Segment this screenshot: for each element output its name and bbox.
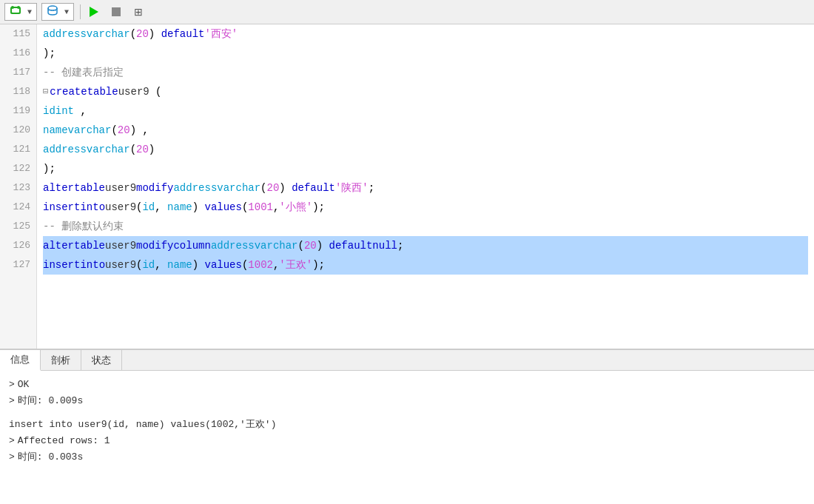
code-line-125: -- 删除默认约束 <box>43 217 808 236</box>
interpret-icon: ⊞ <box>134 6 143 18</box>
line-number-119: 119 <box>6 101 30 121</box>
output-time-prompt: > <box>9 449 15 466</box>
output-result-text: OK <box>18 377 30 393</box>
line-number-126: 126 <box>6 236 30 255</box>
output-separator <box>9 409 805 417</box>
code-line-127: insert into user9(id, name) values(1002,… <box>43 255 808 275</box>
bottom-tabs: 信息剖析状态 <box>0 350 814 371</box>
schema-dropdown[interactable]: ▼ <box>41 3 74 21</box>
output-time-prompt: > <box>9 393 15 409</box>
line-number-125: 125 <box>6 217 30 236</box>
code-line-115: address varchar(20) default '西安' <box>43 24 808 44</box>
toolbar: ▼ ▼ ⊞ <box>0 0 814 24</box>
output-result: > OK <box>9 377 805 393</box>
bottom-tab-信息[interactable]: 信息 <box>0 350 41 371</box>
code-line-124: insert into user9(id, name) values(1001,… <box>43 198 808 217</box>
output-time: > 时间: 0.003s <box>9 449 805 466</box>
output-query-text: insert into user9(id, name) values(1002,… <box>9 417 276 433</box>
svg-point-4 <box>48 6 57 10</box>
line-number-124: 124 <box>6 198 30 217</box>
line-number-117: 117 <box>6 63 30 82</box>
output-time: > 时间: 0.009s <box>9 393 805 409</box>
schema-icon <box>47 4 58 19</box>
code-line-120: name varchar(20) , <box>43 121 808 140</box>
db-icon <box>10 4 21 19</box>
line-number-122: 122 <box>6 159 30 178</box>
output-prompt: > <box>9 377 15 393</box>
output-result: > Affected rows: 1 <box>9 433 805 449</box>
run-icon <box>90 7 98 17</box>
line-number-115: 115 <box>6 24 30 44</box>
bottom-panel: 信息剖析状态 > OK> 时间: 0.009sinsert into user9… <box>0 349 814 504</box>
code-line-122: ); <box>43 159 808 178</box>
bottom-tab-状态[interactable]: 状态 <box>81 350 122 370</box>
schema-chevron-icon: ▼ <box>64 8 69 16</box>
output-result-text: Affected rows: 1 <box>18 433 110 449</box>
code-line-121: address varchar(20) <box>43 140 808 159</box>
editor-area: 115116117118119120121122123124125126127 … <box>0 24 814 349</box>
output-query: insert into user9(id, name) values(1002,… <box>9 417 805 433</box>
code-line-123: alter table user9 modify address varchar… <box>43 178 808 198</box>
output-time-text: 时间: 0.009s <box>18 393 83 409</box>
code-line-118: create table user9 ( <box>43 82 808 101</box>
code-lines[interactable]: address varchar(20) default '西安');-- 创建表… <box>37 24 814 349</box>
code-line-119: id int , <box>43 101 808 121</box>
db-dropdown[interactable]: ▼ <box>4 3 37 21</box>
code-line-116: ); <box>43 44 808 63</box>
output-time-text: 时间: 0.003s <box>18 449 83 466</box>
interpret-button[interactable]: ⊞ <box>131 4 149 19</box>
line-number-121: 121 <box>6 140 30 159</box>
output-prompt: > <box>9 433 15 449</box>
code-line-126: alter table user9 modify column address … <box>43 236 808 255</box>
code-line-117: -- 创建表后指定 <box>43 63 808 82</box>
line-number-120: 120 <box>6 121 30 140</box>
code-editor[interactable]: 115116117118119120121122123124125126127 … <box>0 24 814 349</box>
svg-point-3 <box>17 6 20 9</box>
db-chevron-icon: ▼ <box>27 8 32 16</box>
toolbar-divider <box>80 4 81 19</box>
svg-point-2 <box>11 6 14 9</box>
line-numbers: 115116117118119120121122123124125126127 <box>0 24 37 349</box>
line-number-118: 118 <box>6 82 30 101</box>
line-number-123: 123 <box>6 178 30 198</box>
stop-button[interactable] <box>109 6 127 18</box>
bottom-content: > OK> 时间: 0.009sinsert into user9(id, na… <box>0 371 814 504</box>
line-number-127: 127 <box>6 255 30 275</box>
bottom-tab-剖析[interactable]: 剖析 <box>41 350 81 370</box>
stop-icon <box>112 7 121 16</box>
run-button[interactable] <box>87 5 104 19</box>
line-number-116: 116 <box>6 44 30 63</box>
